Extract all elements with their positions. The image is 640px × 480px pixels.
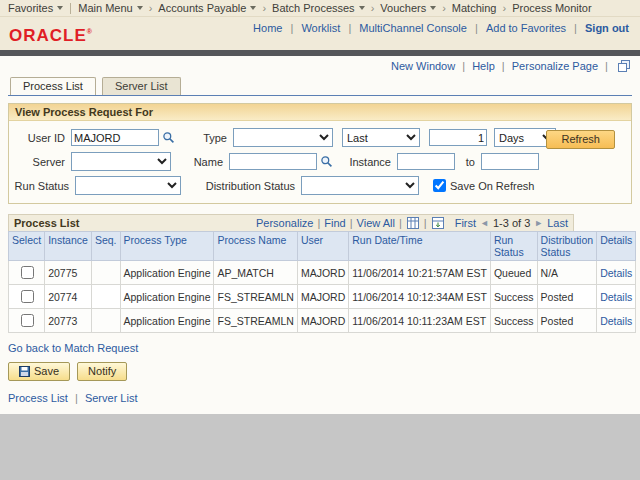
- distribution-status-select[interactable]: [301, 176, 419, 195]
- breadcrumb-label: Vouchers: [380, 2, 426, 14]
- separator: |: [348, 22, 351, 34]
- details-link[interactable]: Details: [600, 291, 632, 303]
- separator: |: [605, 60, 608, 72]
- breadcrumb-divider: [70, 3, 71, 14]
- type-select[interactable]: [233, 128, 333, 147]
- save-on-refresh-checkbox[interactable]: [433, 179, 446, 192]
- column-header-select[interactable]: Select: [9, 232, 45, 261]
- row-select-checkbox[interactable]: [21, 290, 34, 303]
- form-row-2: Server Name Instance to: [11, 152, 625, 171]
- details-link[interactable]: Details: [600, 315, 632, 327]
- column-header-distribution-status[interactable]: Distribution Status: [537, 232, 597, 261]
- last-link[interactable]: Last: [547, 217, 568, 229]
- column-header-details[interactable]: Details: [597, 232, 636, 261]
- separator: |: [475, 22, 478, 34]
- type-label: Type: [175, 132, 233, 144]
- tab-process-list[interactable]: Process List: [10, 77, 96, 95]
- cell-process-type: Application Engine: [120, 285, 214, 309]
- help-link[interactable]: Help: [472, 60, 495, 72]
- instance-from-input[interactable]: [397, 153, 455, 170]
- header-link-home[interactable]: Home: [253, 22, 282, 34]
- header-link-multichannel-console[interactable]: MultiChannel Console: [359, 22, 467, 34]
- bottom-links: Process List | Server List: [8, 392, 632, 404]
- bottom-link-process-list[interactable]: Process List: [8, 392, 68, 404]
- breadcrumb-separator: ›: [442, 2, 446, 14]
- column-header-run-status[interactable]: Run Status: [490, 232, 537, 261]
- column-header-process-name[interactable]: Process Name: [214, 232, 297, 261]
- bottom-link-server-list[interactable]: Server List: [85, 392, 138, 404]
- copy-url-icon[interactable]: [618, 60, 630, 72]
- breadcrumb-separator: ›: [149, 2, 153, 14]
- header-link-add-to-favorites[interactable]: Add to Favorites: [486, 22, 566, 34]
- download-icon[interactable]: [432, 217, 444, 229]
- breadcrumb-item-main-menu[interactable]: Main Menu: [78, 2, 142, 14]
- cell-user: MAJORD: [297, 309, 348, 333]
- notify-button[interactable]: Notify: [77, 362, 127, 381]
- name-lookup-icon[interactable]: [320, 155, 333, 168]
- name-label: Name: [171, 156, 229, 168]
- user-id-input[interactable]: [71, 129, 159, 146]
- dropdown-arrow-icon: [57, 6, 63, 10]
- cell-seq: [91, 261, 120, 285]
- header-link-worklist[interactable]: Worklist: [301, 22, 340, 34]
- breadcrumb-item-batch-processes[interactable]: Batch Processes: [272, 2, 365, 14]
- process-list-table: Select Instance Seq. Process Type Proces…: [8, 231, 636, 333]
- instance-to-input[interactable]: [481, 153, 539, 170]
- pagination-range: 1-3 of 3: [493, 217, 530, 229]
- breadcrumb-item-accounts-payable[interactable]: Accounts Payable: [158, 2, 256, 14]
- new-window-link[interactable]: New Window: [391, 60, 455, 72]
- last-count-input[interactable]: [429, 129, 487, 146]
- personalize-page-link[interactable]: Personalize Page: [512, 60, 598, 72]
- cell-run-status: Queued: [490, 261, 537, 285]
- previous-page-icon[interactable]: ◄: [480, 218, 489, 228]
- go-back-link[interactable]: Go back to Match Request: [8, 342, 138, 354]
- cell-run-datetime: 11/06/2014 10:21:57AM EST: [349, 261, 491, 285]
- process-list-grid: Process List Personalize | Find | View A…: [8, 214, 574, 333]
- breadcrumb-label: Favorites: [8, 2, 53, 14]
- sign-out-link[interactable]: Sign out: [585, 22, 629, 34]
- row-select-checkbox[interactable]: [21, 266, 34, 279]
- zoom-grid-icon[interactable]: [407, 217, 419, 229]
- view-all-link[interactable]: View All: [357, 217, 395, 229]
- breadcrumb-item-matching[interactable]: Matching: [452, 2, 497, 14]
- action-buttons: Save Notify: [8, 362, 632, 381]
- breadcrumb-label: Main Menu: [78, 2, 132, 14]
- brand-header: ORACLE® Home | Worklist | MultiChannel C…: [0, 17, 640, 50]
- find-link[interactable]: Find: [324, 217, 345, 229]
- next-page-icon[interactable]: ►: [534, 218, 543, 228]
- details-link[interactable]: Details: [600, 267, 632, 279]
- last-select[interactable]: Last: [342, 128, 420, 147]
- cell-run-datetime: 11/06/2014 10:11:23AM EST: [349, 309, 491, 333]
- notify-button-label: Notify: [88, 365, 116, 377]
- save-button[interactable]: Save: [8, 362, 70, 381]
- first-link[interactable]: First: [455, 217, 476, 229]
- cell-instance: 20773: [45, 309, 92, 333]
- breadcrumb-item-favorites[interactable]: Favorites: [8, 2, 63, 14]
- breadcrumb-item-vouchers[interactable]: Vouchers: [380, 2, 436, 14]
- column-header-process-type[interactable]: Process Type: [120, 232, 214, 261]
- tab-server-list[interactable]: Server List: [102, 77, 181, 95]
- cell-distribution-status: Posted: [537, 309, 597, 333]
- dropdown-arrow-icon: [359, 6, 365, 10]
- column-header-instance[interactable]: Instance: [45, 232, 92, 261]
- tab-bar: Process List Server List: [8, 74, 632, 96]
- user-id-lookup-icon[interactable]: [162, 131, 175, 144]
- dropdown-arrow-icon: [430, 6, 436, 10]
- row-select-checkbox[interactable]: [21, 314, 34, 327]
- separator: |: [399, 217, 402, 229]
- cell-distribution-status: N/A: [537, 261, 597, 285]
- server-select[interactable]: [71, 152, 171, 171]
- column-header-user[interactable]: User: [297, 232, 348, 261]
- cell-instance: 20775: [45, 261, 92, 285]
- refresh-button[interactable]: Refresh: [546, 130, 615, 149]
- breadcrumb-separator: ›: [502, 2, 506, 14]
- column-header-run-datetime[interactable]: Run Date/Time: [349, 232, 491, 261]
- cell-instance: 20774: [45, 285, 92, 309]
- column-header-seq[interactable]: Seq.: [91, 232, 120, 261]
- personalize-link[interactable]: Personalize: [256, 217, 313, 229]
- name-input[interactable]: [229, 153, 317, 170]
- header-links: Home | Worklist | MultiChannel Console |…: [252, 22, 630, 34]
- run-status-select[interactable]: [75, 176, 181, 195]
- table-row: 20774 Application Engine FS_STREAMLN MAJ…: [9, 285, 636, 309]
- cell-run-status: Success: [490, 285, 537, 309]
